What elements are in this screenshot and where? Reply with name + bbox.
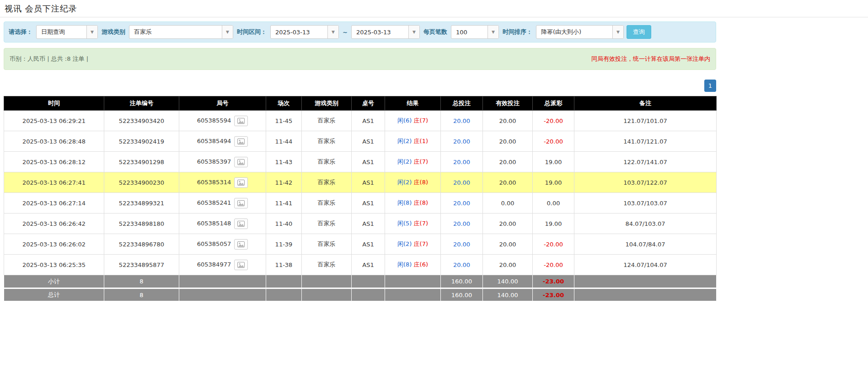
- valid-bet-cell: 20.00: [483, 213, 533, 234]
- footer-empty-cell: [385, 275, 441, 288]
- table-row[interactable]: 2025-03-13 06:28:48522334902419605385494…: [4, 131, 717, 152]
- query-type-value: 日期查询: [37, 26, 86, 38]
- total-bet-value: 20.00: [453, 241, 470, 248]
- date-from-input[interactable]: 2025-03-13 ▼: [270, 25, 339, 39]
- table-row[interactable]: 2025-03-13 06:27:14522334899321605385241…: [4, 193, 717, 213]
- session-cell: 11-44: [266, 131, 302, 152]
- remark-cell: 103.07/103.07: [574, 193, 717, 213]
- game-type-cell: 百家乐: [302, 234, 352, 255]
- query-type-select[interactable]: 日期查询 ▼: [36, 25, 98, 39]
- chevron-down-icon[interactable]: ▼: [408, 26, 419, 38]
- footer-remark-cell: [574, 275, 717, 288]
- column-header: 总派彩: [533, 96, 574, 111]
- page-size-select[interactable]: 100 ▼: [451, 25, 499, 39]
- result-banker: 庄(7): [414, 117, 428, 124]
- valid-bet-cell: 20.00: [483, 131, 533, 152]
- table-row[interactable]: 2025-03-13 06:26:02522334896780605385057…: [4, 234, 717, 255]
- video-replay-button[interactable]: [234, 219, 248, 229]
- payout-cell: 19.00: [533, 172, 574, 193]
- page-header: 视讯 会员下注纪录: [0, 0, 868, 17]
- video-replay-button[interactable]: [234, 239, 248, 250]
- result-player: 闲(6): [397, 117, 412, 124]
- result-banker: 庄(8): [414, 199, 428, 206]
- session-cell: 11-41: [266, 193, 302, 213]
- date-to-value: 2025-03-13: [352, 26, 408, 38]
- round-id: 605385494: [197, 138, 231, 144]
- footer-label-cell: 总计: [4, 288, 104, 302]
- table-header-row: 时间注单编号局号场次游戏类别桌号结果总投注有效投注总派彩备注: [4, 96, 717, 111]
- video-icon: [237, 262, 245, 268]
- game-type-cell: 百家乐: [302, 131, 352, 152]
- footer-valid-bet-cell: 140.00: [483, 288, 533, 302]
- result-player: 闲(8): [397, 199, 412, 206]
- table-row[interactable]: 2025-03-13 06:27:41522334900230605385314…: [4, 172, 717, 193]
- column-header: 局号: [179, 96, 266, 111]
- sort-label: 时间排序：: [502, 28, 533, 36]
- column-header: 结果: [385, 96, 441, 111]
- round-id: 605385397: [197, 158, 231, 165]
- column-header: 游戏类别: [302, 96, 352, 111]
- game-type-value: 百家乐: [129, 26, 222, 38]
- date-to-input[interactable]: 2025-03-13 ▼: [351, 25, 420, 39]
- game-type-cell: 百家乐: [302, 152, 352, 172]
- footer-empty-cell: [266, 275, 302, 288]
- video-replay-button[interactable]: [234, 260, 248, 270]
- bet-id-cell: 522334895877: [104, 255, 179, 275]
- footer-label-cell: 小计: [4, 275, 104, 288]
- game-type-cell: 百家乐: [302, 172, 352, 193]
- result-banker: 庄(8): [414, 179, 428, 186]
- page-1-button[interactable]: 1: [704, 80, 716, 92]
- game-type-cell: 百家乐: [302, 111, 352, 131]
- table-row[interactable]: 2025-03-13 06:29:21522334903420605385594…: [4, 111, 717, 131]
- session-cell: 11-43: [266, 152, 302, 172]
- payout-cell: -20.00: [533, 255, 574, 275]
- remark-cell: 104.07/84.07: [574, 234, 717, 255]
- result-cell: 闲(6) 庄(7): [385, 111, 441, 131]
- bet-id-cell: 522334898180: [104, 213, 179, 234]
- filter-bar: 请选择： 日期查询 ▼ 游戏类别 百家乐 ▼ 时间区间： 2025-03-13 …: [4, 21, 716, 43]
- table-no-cell: AS1: [352, 234, 385, 255]
- video-replay-button[interactable]: [234, 157, 248, 167]
- result-cell: 闲(5) 庄(7): [385, 213, 441, 234]
- footer-remark-cell: [574, 288, 717, 302]
- query-button[interactable]: 查询: [627, 25, 651, 39]
- total-bet-value: 20.00: [453, 261, 470, 268]
- bet-id-cell: 522334896780: [104, 234, 179, 255]
- video-replay-button[interactable]: [234, 198, 248, 208]
- table-row[interactable]: 2025-03-13 06:26:42522334898180605385148…: [4, 213, 717, 234]
- round-id-cell: 605385057: [179, 234, 266, 255]
- footer-payout-cell: -23.00: [533, 288, 574, 302]
- payout-cell: 19.00: [533, 213, 574, 234]
- session-cell: 11-40: [266, 213, 302, 234]
- table-row[interactable]: 2025-03-13 06:25:35522334895877605384977…: [4, 255, 717, 275]
- chevron-down-icon[interactable]: ▼: [327, 26, 338, 38]
- footer-total-bet-cell: 160.00: [441, 275, 483, 288]
- game-type-select[interactable]: 百家乐 ▼: [129, 25, 233, 39]
- total-bet-cell: 20.00: [441, 234, 483, 255]
- result-cell: 闲(2) 庄(7): [385, 152, 441, 172]
- sort-select[interactable]: 降幂(由大到小) ▼: [536, 25, 624, 39]
- footer-empty-cell: [352, 275, 385, 288]
- chevron-down-icon[interactable]: ▼: [222, 26, 233, 38]
- remark-cell: 103.07/122.07: [574, 172, 717, 193]
- chevron-down-icon[interactable]: ▼: [86, 26, 97, 38]
- video-icon: [237, 221, 245, 227]
- total-bet-value: 20.00: [453, 138, 470, 145]
- table-row[interactable]: 2025-03-13 06:28:12522334901298605385397…: [4, 152, 717, 172]
- pagination: 1: [4, 80, 716, 92]
- result-player: 闲(2): [397, 179, 412, 186]
- chevron-down-icon[interactable]: ▼: [488, 26, 498, 38]
- video-replay-button[interactable]: [234, 136, 248, 147]
- round-id-cell: 605385594: [179, 111, 266, 131]
- session-cell: 11-45: [266, 111, 302, 131]
- footer-empty-cell: [352, 288, 385, 302]
- video-replay-button[interactable]: [234, 177, 248, 188]
- footer-empty-cell: [385, 288, 441, 302]
- game-type-label: 游戏类别: [101, 28, 126, 36]
- chevron-down-icon[interactable]: ▼: [612, 26, 623, 38]
- valid-bet-cell: 20.00: [483, 234, 533, 255]
- time-cell: 2025-03-13 06:27:41: [4, 172, 104, 193]
- subtotal-row: 小计8160.00140.00-23.00: [4, 275, 717, 288]
- video-replay-button[interactable]: [234, 116, 248, 126]
- remark-cell: 141.07/121.07: [574, 131, 717, 152]
